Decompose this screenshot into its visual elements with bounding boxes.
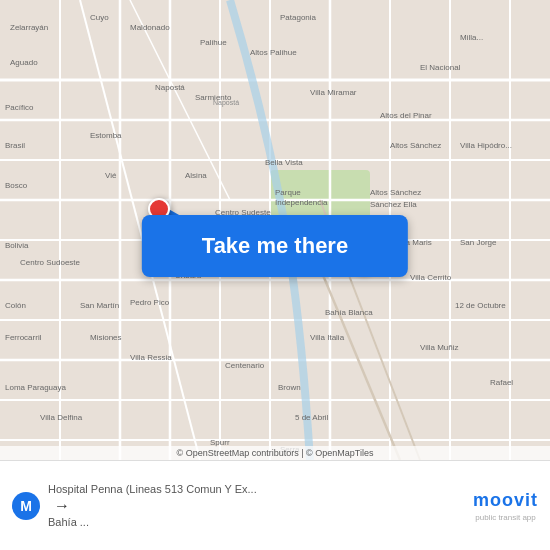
moovit-brand-sub: public transit app bbox=[475, 513, 535, 522]
moovit-icon: M bbox=[12, 492, 40, 520]
button-overlay: Take me there bbox=[142, 215, 408, 277]
svg-text:Vié: Vié bbox=[105, 171, 117, 180]
svg-text:Brasil: Brasil bbox=[5, 141, 25, 150]
app-container: Zelarrayán Cuyo Maldonado Patagonia Mill… bbox=[0, 0, 550, 550]
svg-text:Milla...: Milla... bbox=[460, 33, 483, 42]
svg-text:Villa Miramar: Villa Miramar bbox=[310, 88, 357, 97]
svg-text:Misiones: Misiones bbox=[90, 333, 122, 342]
svg-text:Altos del Pinar: Altos del Pinar bbox=[380, 111, 432, 120]
svg-text:Independencia: Independencia bbox=[275, 198, 328, 207]
footer: M Hospital Penna (Lineas 513 Comun Y Ex.… bbox=[0, 460, 550, 550]
svg-text:Estomba: Estomba bbox=[90, 131, 122, 140]
svg-text:Aguado: Aguado bbox=[10, 58, 38, 67]
svg-text:Villa Muñiz: Villa Muñiz bbox=[420, 343, 459, 352]
svg-text:Bahía Blanca: Bahía Blanca bbox=[325, 308, 373, 317]
take-me-there-button[interactable]: Take me there bbox=[142, 215, 408, 277]
footer-text: Hospital Penna (Lineas 513 Comun Y Ex...… bbox=[48, 482, 257, 529]
svg-text:Pacífico: Pacífico bbox=[5, 103, 34, 112]
svg-text:Loma Paraguaya: Loma Paraguaya bbox=[5, 383, 66, 392]
footer-to: Bahía ... bbox=[48, 515, 257, 529]
svg-text:El Nacional: El Nacional bbox=[420, 63, 461, 72]
svg-text:Napostá: Napostá bbox=[213, 99, 239, 107]
svg-text:Alsina: Alsina bbox=[185, 171, 207, 180]
svg-text:Rafael: Rafael bbox=[490, 378, 513, 387]
svg-text:12 de Octubre: 12 de Octubre bbox=[455, 301, 506, 310]
svg-text:Zelarrayán: Zelarrayán bbox=[10, 23, 48, 32]
svg-text:Villa Italia: Villa Italia bbox=[310, 333, 345, 342]
svg-text:Maldonado: Maldonado bbox=[130, 23, 170, 32]
svg-text:San Jorge: San Jorge bbox=[460, 238, 497, 247]
svg-text:Sánchez Ella: Sánchez Ella bbox=[370, 200, 417, 209]
svg-text:5 de Abril: 5 de Abril bbox=[295, 413, 329, 422]
svg-text:Ferrocarril: Ferrocarril bbox=[5, 333, 42, 342]
svg-text:Colón: Colón bbox=[5, 301, 26, 310]
svg-text:Palihue: Palihue bbox=[200, 38, 227, 47]
svg-text:Bolivia: Bolivia bbox=[5, 241, 29, 250]
svg-text:Bosco: Bosco bbox=[5, 181, 28, 190]
svg-text:Villa Ressia: Villa Ressia bbox=[130, 353, 172, 362]
svg-text:Altos Sánchez: Altos Sánchez bbox=[370, 188, 421, 197]
svg-text:Napostá: Napostá bbox=[155, 83, 185, 92]
svg-text:San Martín: San Martín bbox=[80, 301, 119, 310]
svg-text:Villa Delfina: Villa Delfina bbox=[40, 413, 83, 422]
footer-arrow: → bbox=[54, 497, 251, 515]
svg-text:Altos Sánchez: Altos Sánchez bbox=[390, 141, 441, 150]
svg-text:Cuyo: Cuyo bbox=[90, 13, 109, 22]
svg-text:Centenario: Centenario bbox=[225, 361, 265, 370]
moovit-logo: M bbox=[12, 492, 40, 520]
footer-left: M Hospital Penna (Lineas 513 Comun Y Ex.… bbox=[12, 482, 473, 529]
svg-text:Centro Sudoeste: Centro Sudoeste bbox=[20, 258, 81, 267]
moovit-brand-text: moovit bbox=[473, 490, 538, 511]
map-view[interactable]: Zelarrayán Cuyo Maldonado Patagonia Mill… bbox=[0, 0, 550, 460]
moovit-brand: moovit public transit app bbox=[473, 490, 538, 522]
svg-text:Pedro Pico: Pedro Pico bbox=[130, 298, 170, 307]
map-attribution: © OpenStreetMap contributors | © OpenMap… bbox=[0, 446, 550, 460]
svg-text:Brown: Brown bbox=[278, 383, 301, 392]
svg-text:Villa Hipódro...: Villa Hipódro... bbox=[460, 141, 512, 150]
svg-text:Patagonia: Patagonia bbox=[280, 13, 317, 22]
svg-text:Parque: Parque bbox=[275, 188, 301, 197]
svg-text:Altos Palihue: Altos Palihue bbox=[250, 48, 297, 57]
svg-text:Bella Vista: Bella Vista bbox=[265, 158, 303, 167]
svg-text:Villa Cerrito: Villa Cerrito bbox=[410, 273, 452, 282]
footer-from: Hospital Penna (Lineas 513 Comun Y Ex... bbox=[48, 482, 257, 496]
